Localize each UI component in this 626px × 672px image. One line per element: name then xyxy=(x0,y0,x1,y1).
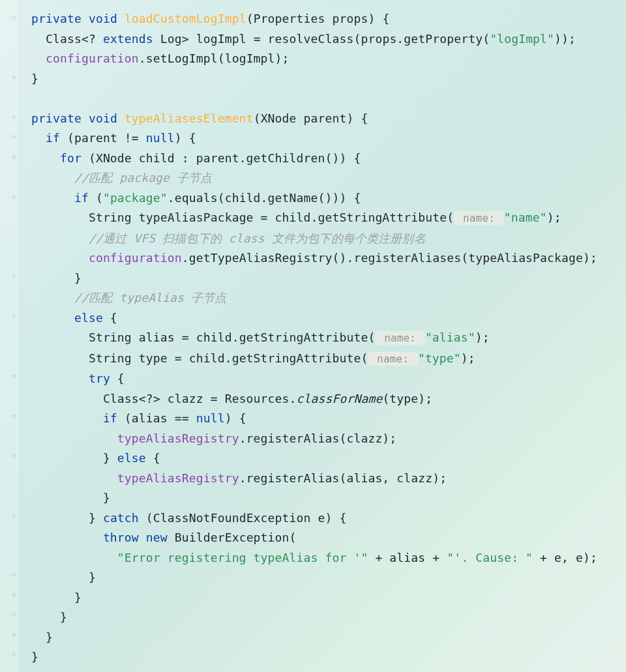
parameter-hint: name: xyxy=(375,331,425,345)
code-line: configuration.setLogImpl(logImpl); xyxy=(31,51,290,65)
fold-marker-icon[interactable]: ⊖ xyxy=(12,512,18,519)
code-line: } xyxy=(31,72,38,85)
code-line: } else { xyxy=(31,451,160,465)
code-line: String typeAliasPackage = child.getStrin… xyxy=(31,211,561,224)
code-line: private void typeAliasesElement(XNode pa… xyxy=(31,111,368,125)
code-line: if (parent != null) { xyxy=(31,131,196,145)
fold-marker-icon[interactable]: ⊖ xyxy=(12,651,18,658)
code-line: } xyxy=(31,630,53,644)
code-line: } xyxy=(31,591,82,604)
fold-marker-icon[interactable]: ⊖ xyxy=(12,134,18,140)
code-line: typeAliasRegistry.registerAlias(clazz); xyxy=(31,431,396,445)
fold-marker-icon[interactable]: ⊖ xyxy=(12,452,18,459)
code-line: if ("package".equals(child.getName())) { xyxy=(31,191,361,205)
code-line: } xyxy=(31,610,67,624)
editor-gutter: ⊖ ⊖ ⊖ ⊖ ⊖ ⊖ ⊖ ⊖ ⊖ ⊖ ⊖ ⊖ ⊖ ⊖ ⊖ ⊖ ⊖ xyxy=(0,0,20,672)
code-line: //匹配 typeAlias 子节点 xyxy=(31,291,227,304)
code-line: } xyxy=(31,271,82,285)
code-line xyxy=(31,91,38,105)
fold-marker-icon[interactable]: ⊖ xyxy=(12,154,18,160)
fold-marker-icon[interactable]: ⊖ xyxy=(12,194,18,200)
code-line: private void loadCustomLogImpl(Propertie… xyxy=(31,12,389,25)
code-line: else { xyxy=(31,311,117,325)
fold-marker-icon[interactable]: ⊖ xyxy=(12,632,18,638)
fold-marker-icon[interactable]: ⊖ xyxy=(12,114,18,121)
code-line: String alias = child.getStringAttribute(… xyxy=(31,330,490,344)
code-line: } xyxy=(31,570,96,584)
parameter-hint: name: xyxy=(368,352,417,366)
fold-marker-icon[interactable]: ⊖ xyxy=(12,373,18,379)
code-line: } xyxy=(31,650,38,664)
parameter-hint: name: xyxy=(454,211,503,225)
fold-marker-icon[interactable]: ⊖ xyxy=(12,413,18,419)
code-line: //通过 VFS 扫描包下的 class 文件为包下的每个类注册别名 xyxy=(31,231,426,245)
fold-marker-icon[interactable]: ⊖ xyxy=(12,74,18,81)
code-line: if (alias == null) { xyxy=(31,411,246,425)
fold-marker-icon[interactable]: ⊖ xyxy=(12,611,18,618)
code-line: } xyxy=(31,491,110,504)
code-line: String type = child.getStringAttribute( … xyxy=(31,351,475,365)
code-line: try { xyxy=(31,372,125,385)
code-line: typeAliasRegistry.registerAlias(alias, c… xyxy=(31,471,447,485)
fold-marker-icon[interactable]: ⊖ xyxy=(12,592,18,598)
fold-marker-icon[interactable]: ⊖ xyxy=(12,313,18,319)
code-line: } catch (ClassNotFoundException e) { xyxy=(31,511,346,525)
code-line: configuration.getTypeAliasRegistry().reg… xyxy=(31,251,597,265)
code-line: "Error registering typeAlias for '" + al… xyxy=(31,551,597,564)
code-line: Class<? extends Log> logImpl = resolveCl… xyxy=(31,32,576,46)
fold-marker-icon[interactable]: ⊖ xyxy=(12,572,18,578)
code-line: Class<?> clazz = Resources.classForName(… xyxy=(31,392,432,405)
fold-marker-icon[interactable]: ⊖ xyxy=(12,14,18,21)
fold-marker-icon[interactable]: ⊖ xyxy=(12,273,18,280)
code-editor-content[interactable]: private void loadCustomLogImpl(Propertie… xyxy=(31,9,619,667)
code-line: for (XNode child : parent.getChildren())… xyxy=(31,151,361,165)
code-line: throw new BuilderException( xyxy=(31,531,297,544)
code-line: //匹配 package 子节点 xyxy=(31,171,213,184)
